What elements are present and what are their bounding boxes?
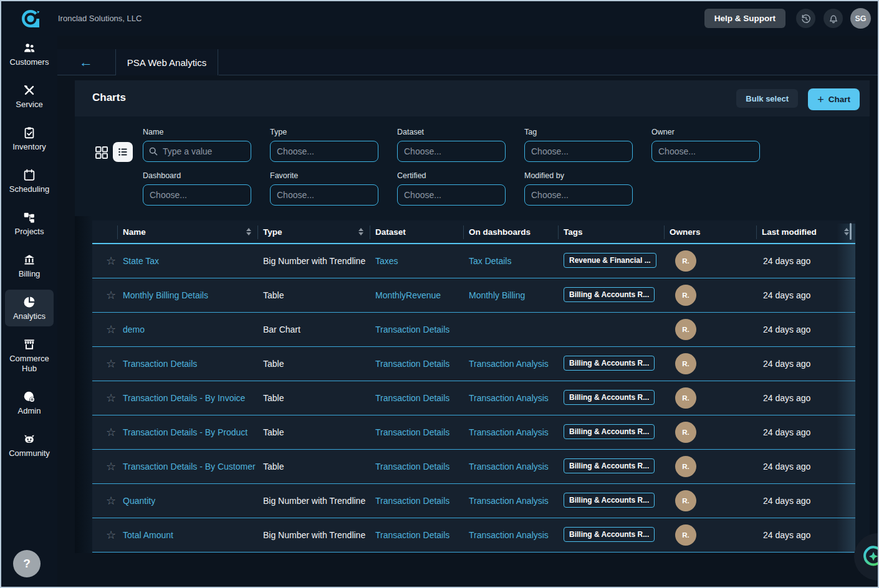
dashboard-link[interactable]: Tax Details	[469, 256, 511, 266]
sidebar-item-analytics[interactable]: Analytics	[5, 290, 54, 326]
dashboard-link[interactable]: Transaction Analysis	[469, 530, 549, 540]
modified-by-filter-input[interactable]	[524, 184, 633, 206]
owner-avatar: R.	[675, 490, 696, 511]
chart-type: Big Number with Trendline	[257, 256, 370, 266]
type-filter-input[interactable]	[270, 141, 378, 162]
chart-name-link[interactable]: demo	[123, 325, 145, 334]
sort-icon[interactable]	[844, 228, 849, 235]
sidebar-item-billing[interactable]: Billing	[5, 247, 54, 284]
column-header-tags: Tags	[558, 220, 664, 243]
owner-avatar: R.	[675, 387, 696, 409]
favorite-star-icon[interactable]: ☆	[98, 460, 116, 473]
plus-icon: +	[817, 94, 824, 105]
scrollbar-thumb[interactable]	[850, 223, 852, 240]
back-arrow-icon[interactable]: ←	[79, 54, 93, 70]
dataset-link[interactable]: Transaction Details	[375, 359, 449, 369]
table-header: Name Type Dataset On dashboards Tags Own…	[92, 220, 855, 244]
dashboard-link[interactable]: Monthly Billing	[469, 290, 525, 300]
favorite-star-icon[interactable]: ☆	[98, 358, 116, 370]
chart-name-link[interactable]: Total Amount	[123, 530, 173, 540]
help-fab-button[interactable]: ?	[13, 550, 41, 577]
favorite-star-icon[interactable]: ☆	[98, 289, 116, 301]
sidebar-item-commerce-hub[interactable]: Commerce Hub	[5, 332, 54, 379]
sidebar-item-service[interactable]: Service	[5, 78, 54, 115]
certified-filter-input[interactable]	[397, 184, 506, 206]
dataset-link[interactable]: Taxes	[375, 256, 398, 266]
dataset-link[interactable]: Transaction Details	[375, 530, 449, 540]
sidebar-item-admin[interactable]: Admin	[5, 384, 54, 421]
tabbar-divider	[57, 75, 115, 75]
dataset-link[interactable]: Transaction Details	[375, 427, 449, 437]
last-modified: 24 days ago	[756, 427, 855, 437]
table-body: ☆ State Tax Big Number with Trendline Ta…	[92, 244, 855, 552]
dataset-link[interactable]: Transaction Details	[375, 496, 449, 506]
favorite-star-icon[interactable]: ☆	[98, 323, 116, 336]
owner-avatar: R.	[675, 422, 696, 443]
top-bar: Ironclad Solutions, LLC Help & Support S…	[1, 1, 879, 36]
name-filter-input[interactable]	[143, 141, 251, 162]
add-chart-button[interactable]: + Chart	[808, 88, 860, 110]
app-window: Ironclad Solutions, LLC Help & Support S…	[0, 0, 879, 588]
tab-psa-web-analytics[interactable]: PSA Web Analytics	[115, 49, 218, 75]
chart-name-link[interactable]: State Tax	[123, 256, 159, 266]
user-avatar[interactable]: SG	[850, 8, 871, 29]
sidebar-item-projects[interactable]: Projects	[5, 205, 54, 242]
list-view-icon[interactable]	[113, 142, 133, 162]
column-header-on-dashboards: On dashboards	[463, 220, 558, 243]
add-chart-label: Chart	[829, 95, 850, 104]
notifications-bell-icon[interactable]	[824, 9, 843, 28]
dashboard-filter-input[interactable]	[143, 184, 251, 206]
dashboard-link[interactable]: Transaction Analysis	[469, 427, 549, 437]
dashboard-link[interactable]: Transaction Analysis	[469, 393, 549, 403]
favorite-filter-input[interactable]	[270, 184, 378, 206]
dataset-link[interactable]: Transaction Details	[375, 393, 449, 403]
sidebar-item-community[interactable]: Community	[5, 427, 54, 463]
chart-name-link[interactable]: Transaction Details	[123, 359, 197, 369]
favorite-star-icon[interactable]: ☆	[98, 529, 116, 541]
owner-avatar: R.	[675, 285, 696, 306]
chart-name-link[interactable]: Transaction Details - By Product	[123, 427, 247, 437]
tag-badge: Billing & Accounts R...	[564, 287, 655, 302]
table-row-state-tax: ☆ State Tax Big Number with Trendline Ta…	[92, 244, 855, 278]
last-modified: 24 days ago	[756, 530, 855, 540]
dataset-link[interactable]: Transaction Details	[375, 325, 449, 334]
owner-filter-input[interactable]	[651, 141, 760, 162]
app-logo-icon[interactable]	[19, 7, 42, 31]
company-name: Ironclad Solutions, LLC	[58, 14, 142, 23]
dashboard-link[interactable]: Transaction Analysis	[469, 496, 549, 506]
commerce-hub-icon	[22, 338, 36, 351]
dataset-link[interactable]: Transaction Details	[375, 462, 449, 472]
chart-name-link[interactable]: Monthly Billing Details	[123, 290, 208, 300]
favorite-star-icon[interactable]: ☆	[98, 426, 116, 439]
search-icon	[148, 146, 158, 156]
table-row-transaction-details-by-invoice: ☆ Transaction Details - By Invoice Table…	[92, 381, 855, 415]
tag-filter-input[interactable]	[524, 141, 633, 162]
sidebar-item-inventory[interactable]: Inventory	[5, 120, 54, 157]
tab-bar: ← PSA Web Analytics	[57, 49, 879, 75]
table-row-monthly-billing-details: ☆ Monthly Billing Details Table MonthlyR…	[92, 278, 855, 313]
dashboard-link[interactable]: Transaction Analysis	[469, 359, 549, 369]
last-modified: 24 days ago	[756, 393, 855, 403]
dashboard-link[interactable]: Transaction Analysis	[469, 462, 549, 472]
table-row-demo: ☆ demo Bar Chart Transaction Details R. …	[92, 313, 855, 347]
favorite-star-icon[interactable]: ☆	[98, 495, 116, 507]
dataset-filter-input[interactable]	[397, 141, 506, 162]
sort-icon[interactable]	[246, 228, 251, 235]
chart-name-link[interactable]: Quantity	[123, 496, 155, 506]
help-support-button[interactable]: Help & Support	[704, 9, 785, 28]
chart-name-link[interactable]: Transaction Details - By Invoice	[123, 393, 245, 403]
sidebar-item-scheduling[interactable]: Scheduling	[5, 163, 54, 199]
sidebar-item-customers[interactable]: Customers	[5, 36, 54, 72]
chart-name-link[interactable]: Transaction Details - By Customer	[123, 462, 256, 472]
grid-view-icon[interactable]	[94, 145, 109, 160]
bulk-select-button[interactable]: Bulk select	[736, 89, 798, 108]
owner-avatar: R.	[675, 353, 696, 374]
tag-badge: Billing & Accounts R...	[564, 527, 655, 542]
history-icon[interactable]	[796, 9, 815, 28]
sort-icon[interactable]	[358, 228, 363, 235]
scheduling-icon	[22, 168, 36, 182]
dataset-link[interactable]: MonthlyRevenue	[375, 290, 441, 300]
chart-type: Table	[257, 359, 370, 369]
favorite-star-icon[interactable]: ☆	[98, 392, 116, 404]
favorite-star-icon[interactable]: ☆	[98, 255, 116, 267]
